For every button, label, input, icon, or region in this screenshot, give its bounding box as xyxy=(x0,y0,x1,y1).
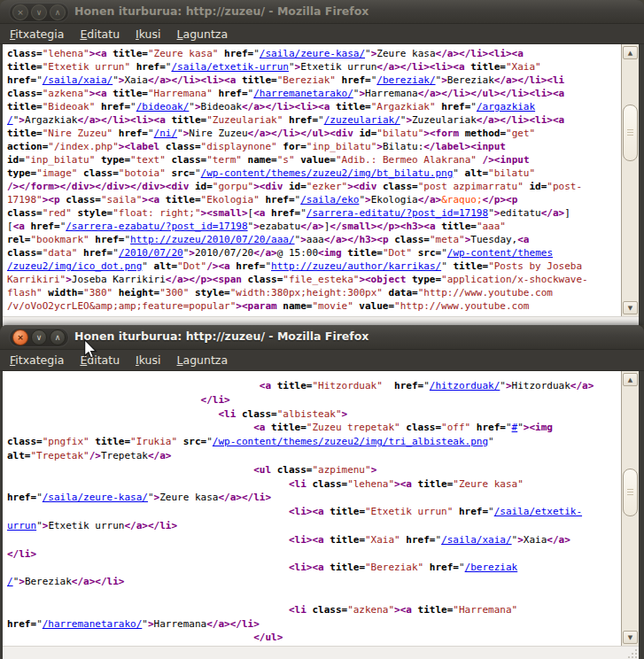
minimize-button[interactable]: ∨ xyxy=(31,4,47,20)
scrollbar[interactable]: ▲ ▼ xyxy=(621,44,639,316)
source-line: href="/harremanetarako/">Harremana</a></… xyxy=(7,617,621,632)
titlebar[interactable]: × ∨ ∧ Honen iturburua: http://zuzeu/ - M… xyxy=(0,0,644,24)
source-link[interactable]: /bereziak/ xyxy=(376,74,435,86)
source-line: action="/index.php"><label class="displa… xyxy=(7,140,621,153)
source-view: <a title="Hitzorduak" href="/hitzorduak/… xyxy=(3,371,639,646)
source-line: <li><a title="Xaia" href="/saila/xaia/">… xyxy=(7,533,621,547)
window-controls: × ∨ ∧ xyxy=(9,3,69,22)
source-link[interactable]: /hitzorduak/ xyxy=(430,380,500,392)
source-link[interactable]: /saila/xaia/ xyxy=(441,534,511,546)
source-line: </li> xyxy=(7,393,621,407)
titlebar[interactable]: × ∨ ∧ Honen iturburua: http://zuzeu/ - M… xyxy=(0,325,644,350)
source-link[interactable]: /wp-content/themes/zuzeu2/img/tri_albist… xyxy=(213,436,488,447)
menu-bar: FitxategiaEditatuIkusiLaguntza xyxy=(0,24,644,44)
source-link[interactable]: /saila/eko xyxy=(300,194,359,205)
source-link[interactable]: /saila/xaia/ xyxy=(43,74,113,86)
source-line: alt="Trepetak"/>Trepetak</a> xyxy=(7,449,621,463)
source-link[interactable]: /wp-content/themes/zuzeu2/img/bt_bilatu.… xyxy=(201,167,454,179)
window-title: Honen iturburua: http://zuzeu/ - Mozilla… xyxy=(0,325,644,348)
source-line: <li class="albisteak"> xyxy=(7,407,621,422)
source-line: class="lehena"><a title="Zeure kasa" hre… xyxy=(7,47,621,60)
maximize-button[interactable]: ∧ xyxy=(50,4,66,20)
source-line: class="data" href="/2010/07/20">2010/07/… xyxy=(7,246,621,260)
source-line: <li><a title="Bereziak" href="/bereziak xyxy=(7,561,621,575)
source-link[interactable]: /bideoak/ xyxy=(136,101,190,112)
source-line: class="azkena"><a title="Harremana" href… xyxy=(7,87,621,100)
source-link[interactable]: /zuzeulariak/ xyxy=(324,114,400,126)
menu-item-ikusi[interactable]: Ikusi xyxy=(128,26,168,43)
source-line: flash" width="380" height="300" style="w… xyxy=(7,286,621,299)
menu-item-editatu[interactable]: Editatu xyxy=(72,352,128,368)
source-link[interactable]: urrun xyxy=(7,520,36,531)
source-view: class="lehena"><a title="Zeure kasa" hre… xyxy=(3,44,639,316)
source-line: id="inp_bilatu" type="text" class="term"… xyxy=(7,153,621,167)
menu-item-laguntza[interactable]: Laguntza xyxy=(169,352,237,368)
source-link[interactable]: /harremanetarako/ xyxy=(43,618,143,630)
source-link[interactable]: /harremanetarako/ xyxy=(253,88,353,99)
menu-item-ikusi[interactable]: Ikusi xyxy=(128,352,168,368)
scroll-up-icon[interactable]: ▲ xyxy=(623,46,638,59)
source-line: /">Argazkiak</a></li><li><a title="Zuzeu… xyxy=(7,113,621,127)
source-line: title="Bideoak" href="/bideoak/">Bideoak… xyxy=(7,100,621,113)
menu-item-laguntza[interactable]: Laguntza xyxy=(169,26,237,43)
source-line: <a title="Zuzeu trepetak" class="off" hr… xyxy=(7,421,621,435)
source-link[interactable]: /bereziak xyxy=(465,562,518,573)
source-link[interactable]: /saila/zeure-kasa/ xyxy=(43,492,148,503)
status-bar xyxy=(3,646,639,659)
source-link[interactable]: /sarrera-editatu/?post_id=17198 xyxy=(306,207,488,219)
scroll-up-icon[interactable]: ▲ xyxy=(623,373,638,386)
source-link[interactable]: /saila/zeure-kasa/ xyxy=(260,48,365,59)
menu-item-fitxategia[interactable]: Fitxategia xyxy=(2,352,72,368)
source-line: type="image" class="botoia" src="/wp-con… xyxy=(7,167,621,180)
menu-item-editatu[interactable]: Editatu xyxy=(72,26,128,43)
source-link[interactable]: /ni/ xyxy=(154,128,178,139)
source-line: /zuzeu2/img/ico_dot.png" alt="Dot"/><a h… xyxy=(7,260,621,273)
source-link[interactable]: /argazkiak xyxy=(477,101,535,112)
source-line: 17198"><p class="saila"><a title="Ekolog… xyxy=(7,193,621,206)
scroll-down-icon[interactable]: ▼ xyxy=(623,301,638,314)
source-link[interactable]: /zuzeu2/img/ico_dot.png xyxy=(7,260,142,272)
source-line: <li class="azkena"><a title="Harremana" xyxy=(7,603,621,617)
source-line: title="Etxetik urrun" href="/saila/etxet… xyxy=(7,60,621,74)
source-line: href="/saila/xaia/">Xaia</a></li><li><a … xyxy=(7,74,621,87)
source-line: rel="bookmark" href="http://zuzeu/2010/0… xyxy=(7,233,621,246)
scrollbar-thumb[interactable] xyxy=(623,105,638,161)
source-line: class="red" style="float: right;"><small… xyxy=(7,206,621,220)
resize-grip-icon[interactable] xyxy=(626,647,637,658)
source-link[interactable]: /wp-content/themes xyxy=(447,247,553,259)
minimize-button[interactable]: ∨ xyxy=(31,330,47,345)
window-title: Honen iturburua: http://zuzeu/ - Mozilla… xyxy=(0,0,644,23)
source-link[interactable]: http://zuzeu/2010/07/20/aaa/ xyxy=(130,234,294,245)
source-line: /></form></div></div></div><div id="gorp… xyxy=(7,180,621,193)
source-link[interactable]: /saila/etxetik-urrun xyxy=(171,61,288,73)
menu-item-fitxategia[interactable]: Fitxategia xyxy=(2,26,72,43)
source-line: /v/oVoO2ycrLEO&amp;amp;feature=popular">… xyxy=(7,299,621,313)
thumb-grip-icon xyxy=(627,489,633,496)
source-line: Karrikiri">Joseba Karrikiri</a></p><span… xyxy=(7,273,621,286)
source-line: /">Bereziak</a></li> xyxy=(7,575,621,589)
source-line: </li> xyxy=(7,547,621,562)
scroll-down-icon[interactable]: ▼ xyxy=(623,631,638,644)
scrollbar-thumb[interactable] xyxy=(623,469,638,516)
scrollbar[interactable]: ▲ ▼ xyxy=(621,371,639,646)
maximize-button[interactable]: ∧ xyxy=(50,330,66,345)
source-line: href="/saila/zeure-kasa/">Zeure kasa</a>… xyxy=(7,491,621,505)
source-link[interactable]: /saila/etxetik- xyxy=(494,506,582,517)
source-line: <a title="Hitzorduak" href="/hitzorduak/… xyxy=(7,379,621,393)
source-line: <li><a title="Etxetik urrun" href="/sail… xyxy=(7,505,621,519)
source-link[interactable]: http://zuzeu/author/karrikas/ xyxy=(271,260,441,272)
thumb-grip-icon xyxy=(627,129,633,136)
source-line: class="pngfix" title="Irukia" src="/wp-c… xyxy=(7,435,621,449)
close-button[interactable]: × xyxy=(12,330,28,345)
source-code[interactable]: class="lehena"><a title="Zeure kasa" hre… xyxy=(3,44,621,316)
source-line: urrun">Etxetik urrun</a></li> xyxy=(7,519,621,533)
source-link[interactable]: / xyxy=(7,114,13,126)
source-line xyxy=(7,589,621,603)
source-link[interactable]: /sarrera-ezabatu/?post_id=17198 xyxy=(66,221,247,232)
firefox-source-window-top: × ∨ ∧ Honen iturburua: http://zuzeu/ - M… xyxy=(0,0,644,325)
source-link[interactable]: /2010/07/20 xyxy=(119,247,183,259)
source-code[interactable]: <a title="Hitzorduak" href="/hitzorduak/… xyxy=(3,371,621,646)
menu-bar: FitxategiaEditatuIkusiLaguntza xyxy=(0,350,644,371)
source-link[interactable]: / xyxy=(7,576,13,587)
close-button[interactable]: × xyxy=(12,4,28,20)
